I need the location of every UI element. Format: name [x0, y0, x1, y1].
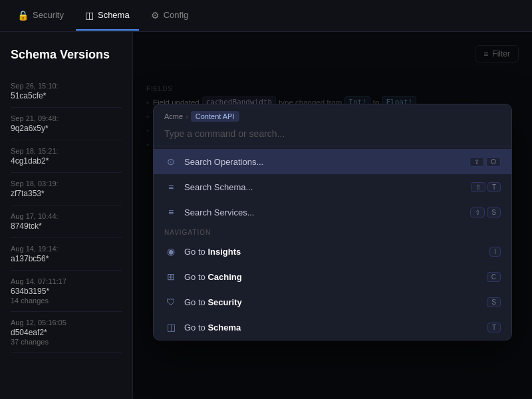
cp-navigation-group: ◉ Go to Insights I ⊞ Go to Caching C 🛡 G…	[154, 239, 511, 340]
cp-item-goto-schema[interactable]: ◫ Go to Schema T	[154, 315, 511, 340]
cp-shortcut: I	[489, 247, 501, 257]
shortcut-key: S	[487, 297, 501, 307]
cp-item-goto-caching[interactable]: ⊞ Go to Caching C	[154, 264, 511, 289]
command-palette: Acme › Content API ⊙ Search Operations..…	[153, 104, 512, 340]
list-item[interactable]: Aug 14, 07:11:17 634b3195* 14 changes	[11, 271, 122, 312]
top-nav: 🔒 Security ◫ Schema ⚙ Config	[0, 0, 532, 32]
version-hash: 4cg1dab2*	[11, 156, 122, 166]
changes-count: 14 changes	[11, 297, 122, 305]
cp-item-label: Search Schema...	[184, 182, 464, 192]
tab-schema[interactable]: ◫ Schema	[76, 6, 139, 26]
version-date: Sep 18, 03:19:	[11, 180, 122, 188]
shortcut-key: I	[489, 247, 501, 257]
list-item[interactable]: Sep 26, 15:10: 51ca5cfe*	[11, 75, 122, 108]
tab-security-label: Security	[33, 10, 64, 20]
shortcut-key: ⇧	[471, 182, 485, 192]
changes-count: 37 changes	[11, 338, 122, 346]
list-item[interactable]: Sep 18, 03:19: zf7ta353*	[11, 173, 122, 205]
cp-shortcut: ⇧ O	[469, 157, 501, 167]
tab-config[interactable]: ⚙ Config	[142, 6, 198, 26]
page-title: Schema Versions	[11, 48, 122, 62]
shortcut-key: O	[486, 157, 501, 167]
security-nav-icon: 🛡	[164, 295, 178, 309]
search-services-icon: ≡	[164, 205, 178, 219]
shortcut-key: T	[487, 182, 501, 192]
breadcrumb-parent[interactable]: Acme	[164, 112, 183, 120]
sidebar: Schema Versions Sep 26, 15:10: 51ca5cfe*…	[0, 32, 133, 399]
tab-security[interactable]: 🔒 Security	[8, 6, 73, 26]
shortcut-key: ⇧	[470, 207, 485, 217]
caching-icon: ⊞	[164, 270, 178, 283]
cp-item-search-services[interactable]: ≡ Search Services... ⇧ S	[154, 200, 511, 225]
breadcrumb-current[interactable]: Content API	[191, 111, 239, 122]
version-hash: 8749tck*	[11, 221, 122, 231]
cp-item-label: Go to Caching	[184, 272, 480, 282]
version-date: Sep 26, 15:10:	[11, 82, 122, 90]
cp-item-label: Go to Security	[184, 297, 480, 307]
insights-icon: ◉	[164, 245, 178, 258]
search-operations-icon: ⊙	[164, 155, 178, 168]
version-hash: 51ca5cfe*	[11, 91, 122, 100]
cp-shortcut: ⇧ S	[470, 207, 501, 217]
shortcut-key: C	[487, 272, 501, 282]
version-date: Aug 14, 07:11:17	[11, 277, 122, 285]
schema-nav-icon: ◫	[164, 321, 178, 334]
cp-item-label: Go to Insights	[184, 247, 483, 257]
content-area: ≡ Filter FIELDS Field updated cachedBand…	[133, 32, 532, 399]
version-date: Aug 12, 05:16:05	[11, 319, 122, 327]
schema-icon: ◫	[85, 10, 94, 21]
command-palette-search-area	[154, 122, 511, 146]
divider	[154, 146, 511, 146]
cp-search-group: ⊙ Search Operations... ⇧ O ≡ Search Sche…	[154, 149, 511, 225]
cp-shortcut: ⇧ T	[471, 182, 501, 192]
list-item[interactable]: Aug 12, 05:16:05 d504eaf2* 37 changes	[11, 312, 122, 353]
version-date: Sep 21, 09:48:	[11, 114, 122, 122]
version-date: Sep 18, 15:21:	[11, 147, 122, 155]
cp-item-label: Search Operations...	[184, 157, 463, 167]
cp-shortcut: C	[487, 272, 501, 282]
cp-shortcut: S	[487, 297, 501, 307]
version-hash: 634b3195*	[11, 287, 122, 296]
search-schema-icon: ≡	[164, 180, 178, 194]
list-item[interactable]: Sep 21, 09:48: 9q2a6x5y*	[11, 108, 122, 140]
tab-schema-label: Schema	[98, 10, 130, 20]
breadcrumb-separator: ›	[186, 112, 188, 120]
version-hash: d504eaf2*	[11, 328, 122, 337]
cp-item-search-operations[interactable]: ⊙ Search Operations... ⇧ O	[154, 149, 511, 174]
shortcut-key: T	[487, 323, 501, 332]
shortcut-key: ⇧	[469, 157, 484, 167]
version-hash: zf7ta353*	[11, 189, 122, 198]
version-hash: a137bc56*	[11, 254, 122, 263]
version-date: Aug 14, 19:14:	[11, 245, 122, 253]
cp-item-label: Search Services...	[184, 207, 464, 217]
list-item[interactable]: Aug 17, 10:44: 8749tck*	[11, 205, 122, 238]
version-hash: 9q2a6x5y*	[11, 124, 122, 133]
cp-shortcut: T	[487, 323, 501, 332]
security-icon: 🔒	[17, 10, 29, 21]
command-palette-breadcrumb: Acme › Content API	[154, 104, 511, 122]
cp-item-label: Go to Schema	[184, 323, 481, 332]
config-icon: ⚙	[151, 10, 160, 21]
cp-navigation-label: NAVIGATION	[154, 225, 511, 239]
list-item[interactable]: Aug 14, 19:14: a137bc56*	[11, 238, 122, 271]
cp-item-search-schema[interactable]: ≡ Search Schema... ⇧ T	[154, 174, 511, 200]
version-list: Sep 26, 15:10: 51ca5cfe* Sep 21, 09:48: …	[11, 75, 122, 353]
version-date: Aug 17, 10:44:	[11, 212, 122, 220]
main-layout: Schema Versions Sep 26, 15:10: 51ca5cfe*…	[0, 32, 532, 399]
command-palette-search-input[interactable]	[164, 128, 501, 139]
cp-item-goto-insights[interactable]: ◉ Go to Insights I	[154, 239, 511, 264]
cp-item-goto-security[interactable]: 🛡 Go to Security S	[154, 289, 511, 315]
list-item[interactable]: Sep 18, 15:21: 4cg1dab2*	[11, 140, 122, 173]
shortcut-key: S	[487, 207, 501, 217]
tab-config-label: Config	[164, 10, 189, 20]
